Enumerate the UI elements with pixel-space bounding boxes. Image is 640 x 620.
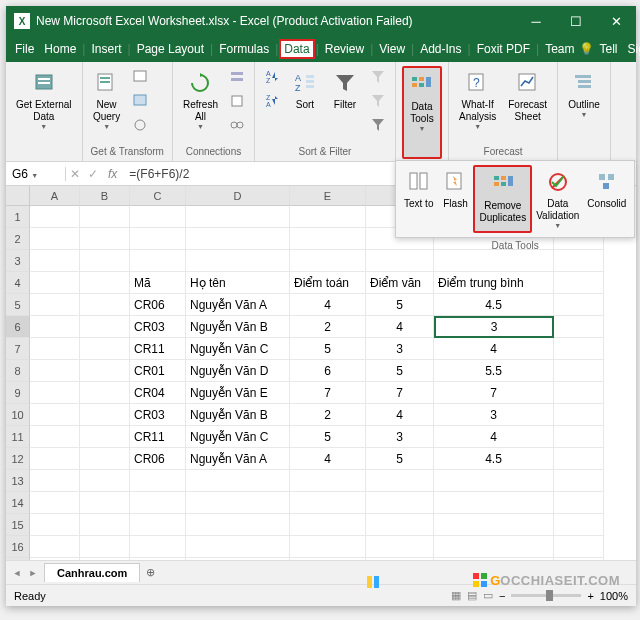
cell[interactable]: 4 xyxy=(434,338,554,360)
cell[interactable]: Nguyễn Văn D xyxy=(186,360,290,382)
cell[interactable] xyxy=(30,294,80,316)
cell[interactable]: 5.5 xyxy=(434,360,554,382)
cell[interactable] xyxy=(434,536,554,558)
row-header[interactable]: 5 xyxy=(6,294,30,316)
cell[interactable] xyxy=(434,470,554,492)
cell[interactable]: CR11 xyxy=(130,426,186,448)
cell[interactable] xyxy=(80,426,130,448)
row-header[interactable]: 1 xyxy=(6,206,30,228)
cell[interactable] xyxy=(30,338,80,360)
cell[interactable] xyxy=(30,382,80,404)
properties-button[interactable] xyxy=(226,90,248,112)
cell[interactable]: 5 xyxy=(290,426,366,448)
cell[interactable]: 7 xyxy=(434,382,554,404)
cell[interactable] xyxy=(80,404,130,426)
minimize-button[interactable]: ─ xyxy=(516,6,556,36)
cell[interactable] xyxy=(366,470,434,492)
cell[interactable]: Điểm văn xyxy=(366,272,434,294)
cell[interactable]: 5 xyxy=(366,360,434,382)
connections-button[interactable] xyxy=(226,66,248,88)
cell[interactable]: 2 xyxy=(290,316,366,338)
cell[interactable] xyxy=(30,426,80,448)
row-header[interactable]: 8 xyxy=(6,360,30,382)
cell[interactable] xyxy=(366,514,434,536)
cell[interactable]: CR06 xyxy=(130,448,186,470)
cell[interactable] xyxy=(434,492,554,514)
cell[interactable] xyxy=(434,514,554,536)
col-header[interactable]: C xyxy=(130,186,186,206)
cell[interactable]: 7 xyxy=(290,382,366,404)
cell[interactable] xyxy=(30,272,80,294)
cell[interactable] xyxy=(30,558,80,560)
cell[interactable] xyxy=(366,536,434,558)
tab-team[interactable]: Team xyxy=(540,39,579,59)
cell[interactable]: 7 xyxy=(366,382,434,404)
cell[interactable] xyxy=(290,250,366,272)
cell[interactable] xyxy=(434,250,554,272)
zoom-in-button[interactable]: + xyxy=(587,590,593,602)
cell[interactable]: Họ tên xyxy=(186,272,290,294)
cell[interactable] xyxy=(554,426,604,448)
tab-foxit-pdf[interactable]: Foxit PDF xyxy=(472,39,535,59)
cell[interactable] xyxy=(130,470,186,492)
show-queries-button[interactable] xyxy=(129,66,151,88)
advanced-button[interactable] xyxy=(367,114,389,136)
select-all-corner[interactable] xyxy=(6,186,30,206)
new-query-button[interactable]: New Query▼ xyxy=(89,66,125,144)
cell[interactable]: Nguyễn Văn B xyxy=(186,404,290,426)
cell[interactable]: 6 xyxy=(290,360,366,382)
close-button[interactable]: ✕ xyxy=(596,6,636,36)
text-to-columns-button[interactable]: Text to xyxy=(400,165,437,233)
tab-add-ins[interactable]: Add-Ins xyxy=(415,39,466,59)
cell[interactable] xyxy=(186,206,290,228)
cell[interactable] xyxy=(554,470,604,492)
cell[interactable] xyxy=(366,250,434,272)
cell[interactable]: Nguyễn Văn C xyxy=(186,426,290,448)
view-break-icon[interactable]: ▭ xyxy=(483,589,493,602)
from-table-button[interactable] xyxy=(129,90,151,112)
tab-insert[interactable]: Insert xyxy=(86,39,126,59)
cell[interactable] xyxy=(80,470,130,492)
cell[interactable] xyxy=(80,360,130,382)
cell[interactable] xyxy=(186,492,290,514)
cell[interactable] xyxy=(30,206,80,228)
cell[interactable] xyxy=(80,536,130,558)
col-header[interactable]: B xyxy=(80,186,130,206)
cell[interactable] xyxy=(80,514,130,536)
sort-button[interactable]: AZ Sort xyxy=(287,66,323,144)
cell[interactable]: Nguyễn Văn A xyxy=(186,294,290,316)
cell[interactable] xyxy=(366,558,434,560)
cell[interactable] xyxy=(554,536,604,558)
cell[interactable]: 4.5 xyxy=(434,294,554,316)
cell[interactable] xyxy=(80,272,130,294)
cell[interactable]: 3 xyxy=(434,404,554,426)
cell[interactable] xyxy=(80,448,130,470)
col-header[interactable]: D xyxy=(186,186,290,206)
zoom-slider[interactable] xyxy=(511,594,581,597)
remove-duplicates-button[interactable]: Remove Duplicates xyxy=(473,165,532,233)
row-header[interactable]: 12 xyxy=(6,448,30,470)
cell[interactable] xyxy=(80,250,130,272)
cell[interactable] xyxy=(80,294,130,316)
add-sheet-button[interactable]: ⊕ xyxy=(140,563,160,583)
cell[interactable]: CR03 xyxy=(130,316,186,338)
row-header[interactable]: 16 xyxy=(6,536,30,558)
row-header[interactable]: 9 xyxy=(6,382,30,404)
tab-next-button[interactable]: ► xyxy=(26,566,40,580)
maximize-button[interactable]: ☐ xyxy=(556,6,596,36)
clear-filter-button[interactable] xyxy=(367,66,389,88)
sort-az-button[interactable]: AZ xyxy=(261,66,283,88)
cell[interactable] xyxy=(30,470,80,492)
cell[interactable] xyxy=(130,228,186,250)
row-header[interactable]: 3 xyxy=(6,250,30,272)
cell[interactable] xyxy=(554,492,604,514)
row-header[interactable]: 10 xyxy=(6,404,30,426)
cancel-icon[interactable]: ✕ xyxy=(66,167,84,181)
zoom-out-button[interactable]: − xyxy=(499,590,505,602)
cell[interactable]: 4.5 xyxy=(434,448,554,470)
cell[interactable] xyxy=(554,558,604,560)
consolidate-button[interactable]: Consolid xyxy=(583,165,630,233)
cell[interactable] xyxy=(80,316,130,338)
filter-button[interactable]: Filter xyxy=(327,66,363,144)
row-header[interactable]: 2 xyxy=(6,228,30,250)
